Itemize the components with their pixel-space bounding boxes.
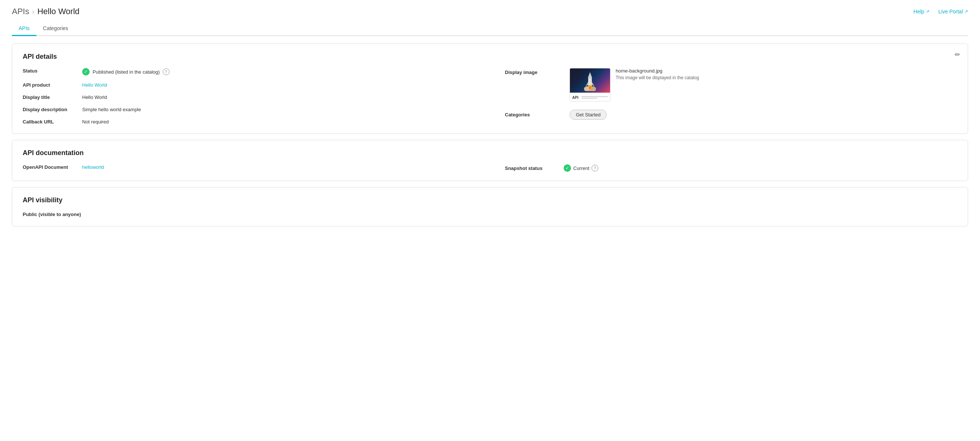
callback-value: Not required — [82, 119, 109, 124]
help-link[interactable]: Help ↗ — [913, 8, 929, 14]
openapi-field: OpenAPI Document helloworld — [23, 164, 490, 172]
status-help-icon[interactable]: ? — [163, 68, 170, 75]
svg-marker-4 — [588, 72, 592, 78]
image-caption-bar: API — [570, 92, 610, 102]
status-field: Status ✓ Published (listed in the catalo… — [23, 68, 490, 75]
breadcrumb-separator: › — [32, 8, 34, 16]
display-image-label: Display image — [505, 68, 564, 75]
display-desc-label: Display description — [23, 107, 82, 112]
image-info: home-background.jpg This image will be d… — [616, 68, 699, 80]
breadcrumb-current: Hello World — [37, 7, 79, 16]
header-links: Help ↗ Live Portal ↗ — [913, 8, 968, 14]
api-visibility-card: API visibility Public (visible to anyone… — [12, 187, 968, 226]
image-hint: This image will be displayed in the cata… — [616, 75, 699, 80]
tab-apis[interactable]: APIs — [12, 22, 37, 36]
categories-label: Categories — [505, 112, 564, 118]
display-image-container: API — [570, 68, 611, 102]
api-details-card: API details ✏ Status ✓ Published (listed… — [12, 43, 968, 134]
live-portal-link[interactable]: Live Portal ↗ — [939, 8, 968, 14]
tab-categories[interactable]: Categories — [37, 22, 75, 36]
external-link-icon-2: ↗ — [964, 9, 968, 14]
display-desc-field: Display description Simple hello world e… — [23, 107, 490, 112]
callback-label: Callback URL — [23, 119, 82, 124]
categories-section: Categories Get Started — [505, 110, 957, 120]
openapi-label: OpenAPI Document — [23, 164, 82, 170]
openapi-value[interactable]: helloworld — [82, 164, 104, 170]
display-title-label: Display title — [23, 94, 82, 100]
doc-grid: OpenAPI Document helloworld Snapshot sta… — [23, 164, 957, 172]
visibility-field: Public (visible to anyone) — [23, 212, 957, 217]
help-link-text: Help — [913, 8, 924, 14]
category-badge[interactable]: Get Started — [570, 110, 607, 120]
api-product-label: API product — [23, 82, 82, 88]
content-area: API details ✏ Status ✓ Published (listed… — [0, 36, 980, 240]
breadcrumb: APIs › Hello World — [12, 7, 80, 16]
visibility-value: Public (visible to anyone) — [23, 212, 81, 217]
callback-field: Callback URL Not required — [23, 119, 490, 124]
breadcrumb-root[interactable]: APIs — [12, 7, 29, 16]
snapshot-help-icon[interactable]: ? — [592, 165, 598, 172]
snapshot-label: Snapshot status — [505, 166, 561, 171]
status-check-icon: ✓ — [82, 68, 90, 75]
live-portal-link-text: Live Portal — [939, 8, 963, 14]
api-documentation-card: API documentation OpenAPI Document hello… — [12, 140, 968, 181]
api-visibility-title: API visibility — [23, 196, 957, 204]
api-product-field: API product Hello World — [23, 82, 490, 88]
svg-marker-6 — [592, 82, 595, 86]
api-details-title: API details — [23, 53, 957, 60]
tabs-bar: APIs Categories — [12, 22, 968, 36]
details-grid: Status ✓ Published (listed in the catalo… — [23, 68, 957, 124]
image-background — [570, 68, 610, 92]
snapshot-section: Snapshot status ✓ Current ? — [490, 164, 957, 172]
display-title-value: Hello World — [82, 94, 107, 100]
display-title-field: Display title Hello World — [23, 94, 490, 100]
svg-point-8 — [589, 86, 591, 89]
right-column: Display image — [490, 68, 957, 124]
image-filename: home-background.jpg — [616, 68, 699, 73]
page-wrapper: APIs › Hello World Help ↗ Live Portal ↗ … — [0, 0, 980, 441]
edit-button[interactable]: ✏ — [955, 51, 960, 59]
svg-marker-5 — [585, 82, 588, 86]
caption-lines — [581, 96, 608, 99]
snapshot-check-icon: ✓ — [563, 164, 571, 172]
left-column: Status ✓ Published (listed in the catalo… — [23, 68, 490, 124]
snapshot-value: Current — [573, 166, 589, 171]
header: APIs › Hello World Help ↗ Live Portal ↗ — [0, 0, 980, 16]
image-caption-text: API — [572, 96, 579, 100]
status-label: Status — [23, 68, 82, 73]
rocket-svg — [582, 71, 597, 91]
external-link-icon: ↗ — [926, 9, 929, 14]
display-desc-value: Simple hello world example — [82, 107, 141, 112]
status-value-row: ✓ Published (listed in the catalog) ? — [82, 68, 170, 75]
api-product-value[interactable]: Hello World — [82, 82, 107, 88]
status-value: Published (listed in the catalog) — [92, 69, 160, 75]
snapshot-status: ✓ Current ? — [563, 164, 598, 172]
display-image-section: Display image — [505, 68, 957, 102]
api-documentation-title: API documentation — [23, 149, 957, 157]
